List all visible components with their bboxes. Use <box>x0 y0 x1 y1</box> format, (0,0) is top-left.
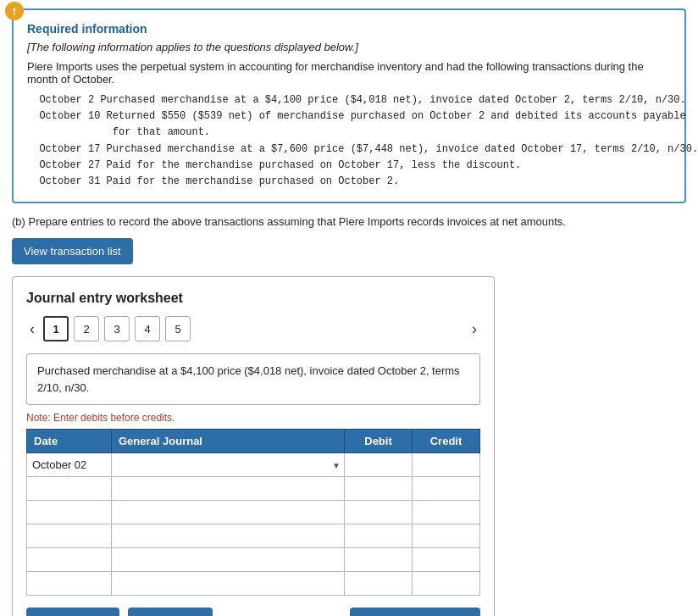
credit-cell-6[interactable] <box>413 572 480 596</box>
journal-input-4[interactable] <box>117 530 339 542</box>
debit-input-3[interactable] <box>350 506 407 519</box>
credit-cell-2[interactable] <box>413 477 480 501</box>
date-value-1: October 02 <box>32 458 86 471</box>
date-cell-3 <box>27 501 112 524</box>
table-row: October 02 ▼ <box>27 453 480 477</box>
journal-cell-4[interactable] <box>112 524 345 548</box>
note-text: Note: Enter debits before credits. <box>26 412 480 424</box>
table-row <box>27 477 480 501</box>
date-cell-5 <box>27 548 112 572</box>
view-general-journal-button[interactable]: View general journal <box>350 608 480 616</box>
journal-input-3[interactable] <box>117 506 339 519</box>
date-cell-4 <box>27 524 112 548</box>
debit-cell-5[interactable] <box>345 548 413 572</box>
date-cell-6 <box>27 572 112 596</box>
credit-input-4[interactable] <box>418 530 474 542</box>
credit-input-1[interactable] <box>418 458 474 471</box>
info-title: Required information <box>27 22 671 36</box>
part-b-label: (b) Prepare entries to record the above … <box>12 215 686 228</box>
journal-input-2[interactable] <box>117 482 339 495</box>
table-row <box>27 501 480 524</box>
tab-1[interactable]: 1 <box>43 316 69 341</box>
date-cell-1: October 02 <box>27 453 112 477</box>
credit-input-2[interactable] <box>418 482 474 495</box>
col-header-journal: General Journal <box>112 430 345 453</box>
credit-cell-5[interactable] <box>413 548 480 572</box>
journal-input-6[interactable] <box>117 577 339 590</box>
table-row <box>27 524 480 548</box>
credit-cell-1[interactable] <box>413 453 480 477</box>
clear-entry-button[interactable]: Clear entry <box>128 608 213 616</box>
journal-entry-worksheet: Journal entry worksheet ‹ 1 2 3 4 5 › Pu… <box>12 276 495 616</box>
journal-input-5[interactable] <box>117 553 339 566</box>
journal-input-1[interactable] <box>117 458 339 471</box>
table-row <box>27 548 480 572</box>
debit-input-4[interactable] <box>350 530 407 542</box>
credit-cell-3[interactable] <box>413 501 480 524</box>
info-intro: Piere Imports uses the perpetual system … <box>27 60 671 86</box>
entry-description: Purchased merchandise at a $4,100 price … <box>26 353 480 405</box>
tab-4[interactable]: 4 <box>135 316 160 341</box>
dropdown-arrow-1[interactable]: ▼ <box>332 460 341 469</box>
tab-2[interactable]: 2 <box>74 316 99 341</box>
journal-cell-5[interactable] <box>112 548 345 572</box>
info-subtitle: [The following information applies to th… <box>27 41 671 53</box>
info-box: ! Required information [The following in… <box>12 8 686 203</box>
tab-prev-button[interactable]: ‹ <box>26 320 38 338</box>
journal-cell-3[interactable] <box>112 501 345 524</box>
debit-input-2[interactable] <box>350 482 407 495</box>
record-entry-button[interactable]: Record entry <box>26 608 119 616</box>
debit-input-6[interactable] <box>350 577 407 590</box>
tab-5[interactable]: 5 <box>165 316 191 341</box>
worksheet-title: Journal entry worksheet <box>26 291 480 306</box>
credit-input-5[interactable] <box>418 553 474 566</box>
col-header-credit: Credit <box>413 430 480 453</box>
date-cell-2 <box>27 477 112 501</box>
debit-cell-6[interactable] <box>345 572 413 596</box>
credit-input-6[interactable] <box>418 577 474 590</box>
tab-3[interactable]: 3 <box>104 316 130 341</box>
journal-cell-2[interactable] <box>112 477 345 501</box>
debit-cell-3[interactable] <box>345 501 413 524</box>
action-buttons: Record entry Clear entry View general jo… <box>26 608 480 616</box>
journal-cell-6[interactable] <box>112 572 345 596</box>
credit-input-3[interactable] <box>418 506 474 519</box>
info-transactions: October 2 Purchased merchandise at a $4,… <box>27 92 671 190</box>
col-header-debit: Debit <box>345 430 413 453</box>
debit-cell-1[interactable] <box>345 453 413 477</box>
journal-cell-1[interactable]: ▼ <box>112 453 345 477</box>
debit-cell-2[interactable] <box>345 477 413 501</box>
table-row <box>27 572 480 596</box>
col-header-date: Date <box>27 430 112 453</box>
credit-cell-4[interactable] <box>413 524 480 548</box>
info-icon: ! <box>5 2 24 20</box>
tab-next-button[interactable]: › <box>468 320 480 338</box>
tabs-row: ‹ 1 2 3 4 5 › <box>26 316 480 341</box>
view-transaction-list-button[interactable]: View transaction list <box>12 238 133 264</box>
debit-input-5[interactable] <box>350 553 407 566</box>
debit-cell-4[interactable] <box>345 524 413 548</box>
debit-input-1[interactable] <box>350 458 407 471</box>
journal-table: Date General Journal Debit Credit Octobe… <box>26 429 480 596</box>
